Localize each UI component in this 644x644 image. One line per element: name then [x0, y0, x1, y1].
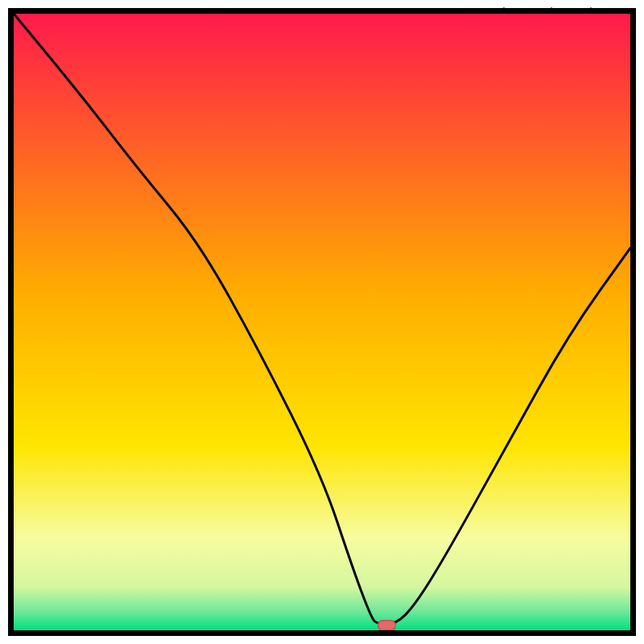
gradient-background — [14, 14, 630, 630]
chart-svg — [8, 8, 636, 636]
bottleneck-chart — [8, 8, 636, 636]
optimal-point-marker — [378, 621, 395, 630]
